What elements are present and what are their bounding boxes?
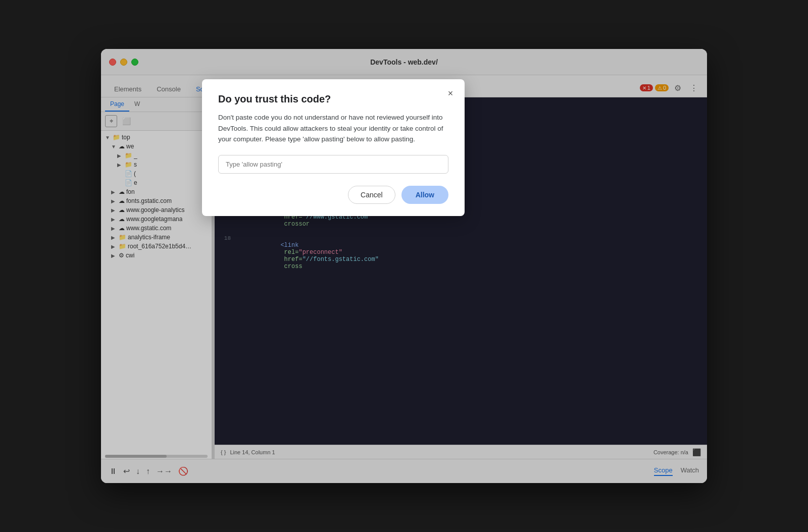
dialog-title: Do you trust this code? — [218, 93, 448, 105]
dialog-body: Don't paste code you do not understand o… — [218, 112, 448, 145]
devtools-window: DevTools - web.dev/ Elements Console Sou… — [101, 49, 707, 483]
dialog-buttons: Cancel Allow — [218, 186, 448, 204]
allow-pasting-input[interactable] — [218, 155, 448, 174]
trust-dialog: × Do you trust this code? Don't paste co… — [202, 79, 465, 216]
dialog-overlay: × Do you trust this code? Don't paste co… — [101, 49, 707, 483]
cancel-button[interactable]: Cancel — [348, 186, 395, 204]
allow-button[interactable]: Allow — [401, 186, 448, 204]
dialog-close-button[interactable]: × — [443, 86, 458, 100]
